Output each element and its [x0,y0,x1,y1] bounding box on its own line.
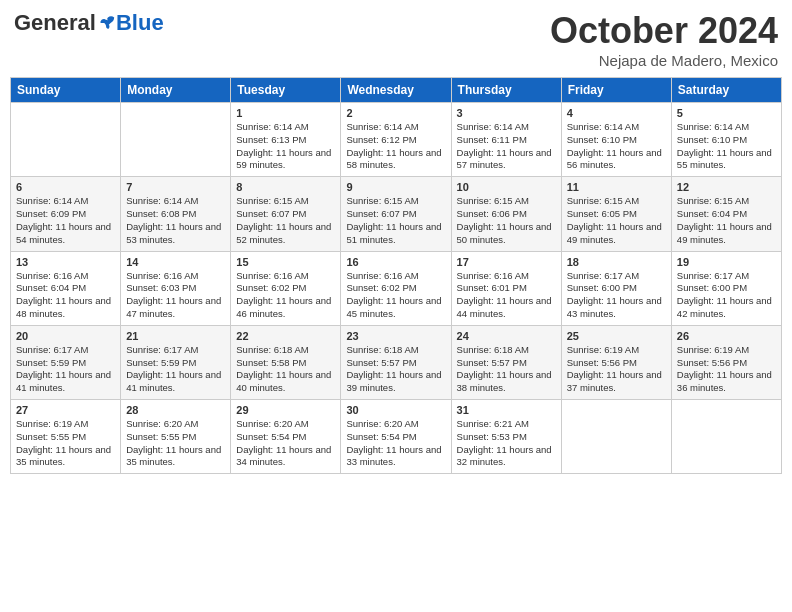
calendar-cell: 17Sunrise: 6:16 AMSunset: 6:01 PMDayligh… [451,251,561,325]
calendar-cell: 20Sunrise: 6:17 AMSunset: 5:59 PMDayligh… [11,325,121,399]
day-number: 4 [567,107,666,119]
calendar-cell: 9Sunrise: 6:15 AMSunset: 6:07 PMDaylight… [341,177,451,251]
day-number: 10 [457,181,556,193]
calendar-cell: 24Sunrise: 6:18 AMSunset: 5:57 PMDayligh… [451,325,561,399]
day-info: Sunrise: 6:16 AMSunset: 6:04 PMDaylight:… [16,270,115,321]
day-number: 1 [236,107,335,119]
day-info: Sunrise: 6:18 AMSunset: 5:57 PMDaylight:… [346,344,445,395]
day-info: Sunrise: 6:19 AMSunset: 5:56 PMDaylight:… [567,344,666,395]
day-number: 17 [457,256,556,268]
calendar-cell: 13Sunrise: 6:16 AMSunset: 6:04 PMDayligh… [11,251,121,325]
calendar-cell: 8Sunrise: 6:15 AMSunset: 6:07 PMDaylight… [231,177,341,251]
calendar-table: SundayMondayTuesdayWednesdayThursdayFrid… [10,77,782,474]
day-number: 21 [126,330,225,342]
calendar-cell: 16Sunrise: 6:16 AMSunset: 6:02 PMDayligh… [341,251,451,325]
calendar-cell: 23Sunrise: 6:18 AMSunset: 5:57 PMDayligh… [341,325,451,399]
logo-bird-icon [98,14,116,32]
calendar-cell: 21Sunrise: 6:17 AMSunset: 5:59 PMDayligh… [121,325,231,399]
calendar-cell: 7Sunrise: 6:14 AMSunset: 6:08 PMDaylight… [121,177,231,251]
day-number: 18 [567,256,666,268]
weekday-header: Thursday [451,78,561,103]
day-info: Sunrise: 6:17 AMSunset: 6:00 PMDaylight:… [677,270,776,321]
day-info: Sunrise: 6:15 AMSunset: 6:07 PMDaylight:… [236,195,335,246]
calendar-cell: 5Sunrise: 6:14 AMSunset: 6:10 PMDaylight… [671,103,781,177]
day-number: 3 [457,107,556,119]
calendar-cell: 2Sunrise: 6:14 AMSunset: 6:12 PMDaylight… [341,103,451,177]
calendar-cell: 15Sunrise: 6:16 AMSunset: 6:02 PMDayligh… [231,251,341,325]
day-info: Sunrise: 6:16 AMSunset: 6:02 PMDaylight:… [346,270,445,321]
day-number: 8 [236,181,335,193]
day-info: Sunrise: 6:14 AMSunset: 6:13 PMDaylight:… [236,121,335,172]
day-info: Sunrise: 6:19 AMSunset: 5:55 PMDaylight:… [16,418,115,469]
day-number: 5 [677,107,776,119]
weekday-header: Monday [121,78,231,103]
day-number: 19 [677,256,776,268]
calendar-cell: 29Sunrise: 6:20 AMSunset: 5:54 PMDayligh… [231,400,341,474]
day-number: 20 [16,330,115,342]
day-info: Sunrise: 6:17 AMSunset: 6:00 PMDaylight:… [567,270,666,321]
calendar-cell: 1Sunrise: 6:14 AMSunset: 6:13 PMDaylight… [231,103,341,177]
calendar-cell [121,103,231,177]
calendar-cell: 19Sunrise: 6:17 AMSunset: 6:00 PMDayligh… [671,251,781,325]
day-number: 6 [16,181,115,193]
page-header: General Blue October 2024 Nejapa de Made… [10,10,782,69]
day-number: 14 [126,256,225,268]
day-info: Sunrise: 6:15 AMSunset: 6:04 PMDaylight:… [677,195,776,246]
day-info: Sunrise: 6:15 AMSunset: 6:06 PMDaylight:… [457,195,556,246]
day-info: Sunrise: 6:20 AMSunset: 5:54 PMDaylight:… [346,418,445,469]
weekday-header: Sunday [11,78,121,103]
day-number: 25 [567,330,666,342]
day-info: Sunrise: 6:16 AMSunset: 6:01 PMDaylight:… [457,270,556,321]
day-info: Sunrise: 6:14 AMSunset: 6:10 PMDaylight:… [677,121,776,172]
day-number: 29 [236,404,335,416]
calendar-cell: 30Sunrise: 6:20 AMSunset: 5:54 PMDayligh… [341,400,451,474]
day-info: Sunrise: 6:14 AMSunset: 6:10 PMDaylight:… [567,121,666,172]
logo-general-text: General [14,10,96,36]
day-info: Sunrise: 6:14 AMSunset: 6:12 PMDaylight:… [346,121,445,172]
day-number: 13 [16,256,115,268]
calendar-cell: 22Sunrise: 6:18 AMSunset: 5:58 PMDayligh… [231,325,341,399]
calendar-cell: 12Sunrise: 6:15 AMSunset: 6:04 PMDayligh… [671,177,781,251]
day-number: 2 [346,107,445,119]
day-number: 15 [236,256,335,268]
calendar-cell [671,400,781,474]
calendar-cell: 18Sunrise: 6:17 AMSunset: 6:00 PMDayligh… [561,251,671,325]
day-info: Sunrise: 6:18 AMSunset: 5:58 PMDaylight:… [236,344,335,395]
day-number: 7 [126,181,225,193]
day-info: Sunrise: 6:17 AMSunset: 5:59 PMDaylight:… [126,344,225,395]
day-number: 12 [677,181,776,193]
calendar-cell: 10Sunrise: 6:15 AMSunset: 6:06 PMDayligh… [451,177,561,251]
weekday-header: Friday [561,78,671,103]
calendar-cell: 11Sunrise: 6:15 AMSunset: 6:05 PMDayligh… [561,177,671,251]
title-block: October 2024 Nejapa de Madero, Mexico [550,10,778,69]
day-number: 27 [16,404,115,416]
logo: General Blue [14,10,164,36]
day-number: 28 [126,404,225,416]
day-number: 11 [567,181,666,193]
day-number: 23 [346,330,445,342]
calendar-cell [11,103,121,177]
day-number: 31 [457,404,556,416]
calendar-cell: 3Sunrise: 6:14 AMSunset: 6:11 PMDaylight… [451,103,561,177]
calendar-cell [561,400,671,474]
day-number: 16 [346,256,445,268]
calendar-week-row: 27Sunrise: 6:19 AMSunset: 5:55 PMDayligh… [11,400,782,474]
day-info: Sunrise: 6:14 AMSunset: 6:09 PMDaylight:… [16,195,115,246]
month-title: October 2024 [550,10,778,52]
calendar-week-row: 13Sunrise: 6:16 AMSunset: 6:04 PMDayligh… [11,251,782,325]
day-info: Sunrise: 6:16 AMSunset: 6:02 PMDaylight:… [236,270,335,321]
calendar-week-row: 6Sunrise: 6:14 AMSunset: 6:09 PMDaylight… [11,177,782,251]
day-info: Sunrise: 6:15 AMSunset: 6:05 PMDaylight:… [567,195,666,246]
weekday-header: Tuesday [231,78,341,103]
day-info: Sunrise: 6:17 AMSunset: 5:59 PMDaylight:… [16,344,115,395]
day-info: Sunrise: 6:21 AMSunset: 5:53 PMDaylight:… [457,418,556,469]
weekday-header: Wednesday [341,78,451,103]
calendar-header-row: SundayMondayTuesdayWednesdayThursdayFrid… [11,78,782,103]
day-number: 24 [457,330,556,342]
calendar-cell: 28Sunrise: 6:20 AMSunset: 5:55 PMDayligh… [121,400,231,474]
calendar-cell: 4Sunrise: 6:14 AMSunset: 6:10 PMDaylight… [561,103,671,177]
calendar-cell: 27Sunrise: 6:19 AMSunset: 5:55 PMDayligh… [11,400,121,474]
day-info: Sunrise: 6:16 AMSunset: 6:03 PMDaylight:… [126,270,225,321]
calendar-cell: 6Sunrise: 6:14 AMSunset: 6:09 PMDaylight… [11,177,121,251]
day-info: Sunrise: 6:19 AMSunset: 5:56 PMDaylight:… [677,344,776,395]
